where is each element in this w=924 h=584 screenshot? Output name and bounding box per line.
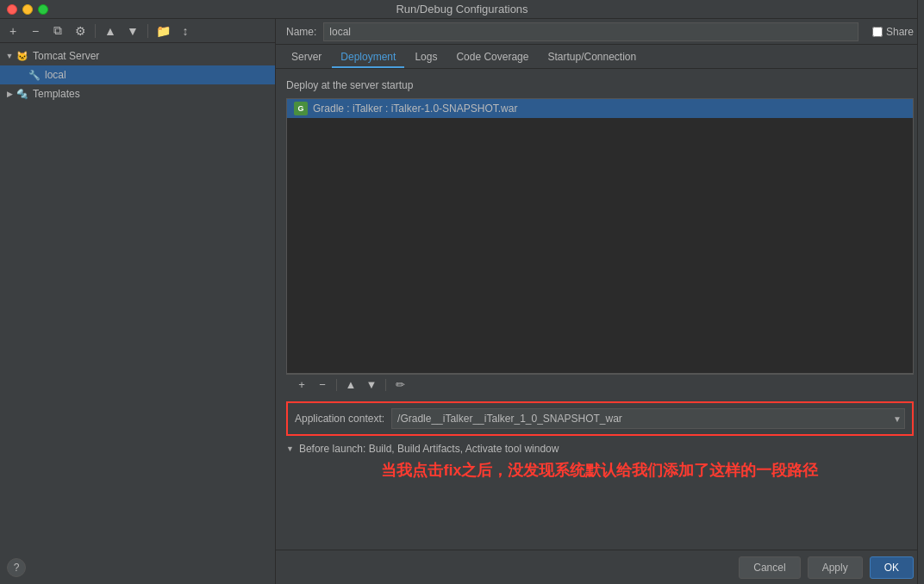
name-label: Name: bbox=[286, 26, 316, 38]
before-launch-label: Before launch: Build, Build Artifacts, A… bbox=[299, 443, 559, 455]
app-context-input[interactable] bbox=[391, 408, 905, 429]
toolbar-divider-2 bbox=[147, 24, 148, 38]
apply-button[interactable]: Apply bbox=[808, 556, 863, 579]
main-container: + − ⧉ ⚙ ▲ ▼ 📁 ↕ ▼ 🐱 Tomcat Server 🔧 lo bbox=[0, 19, 924, 584]
share-checkbox[interactable] bbox=[872, 27, 883, 37]
tab-code-coverage[interactable]: Code Coverage bbox=[447, 47, 537, 68]
templates-icon: 🔩 bbox=[16, 87, 29, 101]
deploy-list: G Gradle : iTalker : iTalker-1.0-SNAPSHO… bbox=[286, 98, 914, 374]
sidebar-toolbar: + − ⧉ ⚙ ▲ ▼ 📁 ↕ bbox=[0, 19, 275, 43]
tomcat-server-arrow: ▼ bbox=[3, 50, 16, 62]
tab-content-deployment: Deploy at the server startup G Gradle : … bbox=[276, 69, 924, 550]
right-scrollbar[interactable] bbox=[917, 0, 924, 584]
tomcat-icon: 🐱 bbox=[16, 49, 29, 63]
local-spacer bbox=[16, 69, 28, 81]
cancel-button[interactable]: Cancel bbox=[739, 556, 800, 579]
deploy-toolbar: + − ▲ ▼ ✏ bbox=[286, 374, 914, 395]
app-context-label: Application context: bbox=[295, 413, 384, 425]
sidebar-item-templates[interactable]: ▶ 🔩 Templates bbox=[0, 84, 275, 103]
deploy-section-label: Deploy at the server startup bbox=[286, 79, 914, 91]
templates-label: Templates bbox=[33, 88, 80, 100]
deploy-add-button[interactable]: + bbox=[293, 377, 310, 393]
name-input[interactable] bbox=[323, 22, 858, 41]
deploy-up-button[interactable]: ▲ bbox=[342, 377, 359, 393]
tabs-bar: Server Deployment Logs Code Coverage Sta… bbox=[276, 45, 924, 69]
title-bar: Run/Debug Configurations bbox=[0, 0, 924, 19]
before-launch-arrow: ▼ bbox=[286, 444, 294, 453]
deploy-remove-button[interactable]: − bbox=[314, 377, 331, 393]
help-button[interactable]: ? bbox=[7, 558, 26, 577]
local-label: local bbox=[45, 69, 66, 81]
deploy-list-item[interactable]: G Gradle : iTalker : iTalker-1.0-SNAPSHO… bbox=[287, 99, 913, 118]
copy-config-button[interactable]: ⧉ bbox=[48, 22, 67, 40]
tomcat-server-label: Tomcat Server bbox=[33, 50, 99, 62]
before-launch-row[interactable]: ▼ Before launch: Build, Build Artifacts,… bbox=[286, 436, 914, 455]
sort-config-button[interactable]: ↕ bbox=[176, 22, 195, 40]
toolbar-divider bbox=[95, 24, 96, 38]
close-button[interactable] bbox=[7, 4, 17, 15]
annotation-text: 当我点击fix之后，没发现系统默认给我们添加了这样的一段路径 bbox=[276, 460, 924, 481]
share-row: Share bbox=[872, 26, 914, 38]
gradle-icon: G bbox=[294, 102, 308, 115]
add-config-button[interactable]: + bbox=[3, 22, 22, 40]
app-context-section: Application context: ▼ bbox=[286, 401, 914, 436]
ok-button[interactable]: OK bbox=[870, 556, 914, 579]
sidebar: + − ⧉ ⚙ ▲ ▼ 📁 ↕ ▼ 🐱 Tomcat Server 🔧 lo bbox=[0, 19, 276, 584]
sidebar-item-local[interactable]: 🔧 local bbox=[0, 65, 275, 84]
content-panel: Name: Share Server Deployment Logs Code … bbox=[276, 19, 924, 584]
tab-logs[interactable]: Logs bbox=[406, 47, 446, 68]
tab-startup-connection[interactable]: Startup/Connection bbox=[539, 47, 645, 68]
window-title: Run/Debug Configurations bbox=[396, 3, 528, 16]
share-label: Share bbox=[886, 26, 914, 38]
move-config-button[interactable]: 📁 bbox=[153, 22, 172, 40]
sidebar-item-tomcat-server[interactable]: ▼ 🐱 Tomcat Server bbox=[0, 47, 275, 65]
local-icon: 🔧 bbox=[28, 68, 41, 82]
tab-server[interactable]: Server bbox=[283, 47, 330, 68]
down-config-button[interactable]: ▼ bbox=[123, 22, 142, 40]
bottom-bar: Cancel Apply OK bbox=[276, 550, 924, 584]
name-row: Name: Share bbox=[276, 19, 924, 45]
deploy-down-button[interactable]: ▼ bbox=[363, 377, 380, 393]
minimize-button[interactable] bbox=[22, 4, 33, 15]
app-context-row: Application context: ▼ bbox=[295, 408, 905, 429]
templates-arrow: ▶ bbox=[3, 88, 16, 100]
deploy-edit-button[interactable]: ✏ bbox=[391, 377, 409, 393]
app-context-input-wrap: ▼ bbox=[391, 408, 905, 429]
traffic-lights bbox=[7, 4, 48, 15]
sidebar-tree: ▼ 🐱 Tomcat Server 🔧 local ▶ 🔩 Templates bbox=[0, 43, 275, 584]
tab-deployment[interactable]: Deployment bbox=[332, 47, 404, 68]
maximize-button[interactable] bbox=[38, 4, 48, 15]
up-config-button[interactable]: ▲ bbox=[101, 22, 120, 40]
deploy-toolbar-sep bbox=[336, 379, 337, 391]
remove-config-button[interactable]: − bbox=[26, 22, 45, 40]
deploy-item-label: Gradle : iTalker : iTalker-1.0-SNAPSHOT.… bbox=[313, 103, 517, 115]
help-icon: ? bbox=[14, 562, 20, 574]
deploy-toolbar-sep-2 bbox=[385, 379, 386, 391]
settings-config-button[interactable]: ⚙ bbox=[71, 22, 90, 40]
